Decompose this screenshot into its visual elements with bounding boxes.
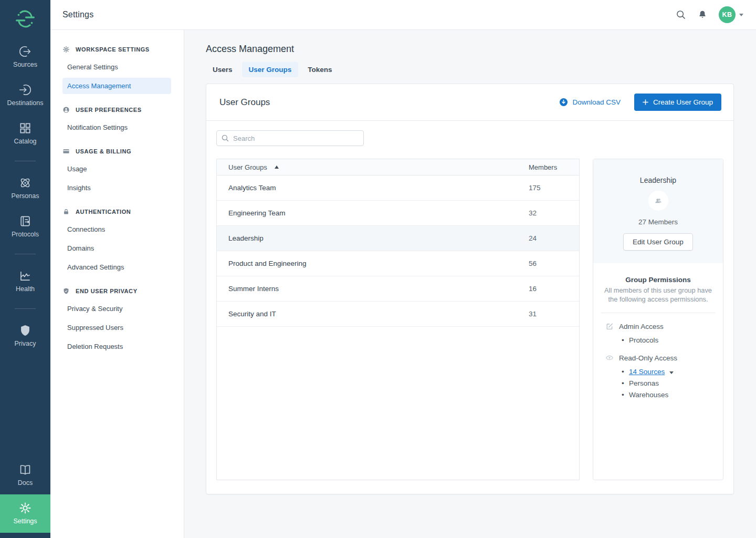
table-row[interactable]: Product and Engineering 56 — [217, 251, 579, 276]
group-avatar — [648, 191, 668, 211]
docs-icon — [18, 463, 32, 477]
group-name: Product and Engineering — [228, 260, 529, 267]
nav-item-general-settings[interactable]: General Settings — [62, 59, 171, 75]
sidebar-item-settings[interactable]: Settings — [0, 494, 50, 533]
column-header-members[interactable]: Members — [529, 163, 568, 171]
sidebar-item-health[interactable]: Health — [0, 262, 50, 301]
avatar[interactable]: KB — [719, 6, 736, 23]
search-icon[interactable] — [676, 9, 686, 20]
group-name: Security and IT — [228, 310, 529, 318]
read-only-access-label: Read-Only Access — [619, 354, 677, 362]
panel-summary: Leadership — [593, 159, 723, 263]
create-user-group-button[interactable]: Create User Group — [634, 94, 721, 111]
group-name: Summer Interns — [228, 285, 529, 293]
sidebar-divider — [15, 308, 36, 309]
sidebar-item-personas[interactable]: Personas — [0, 169, 50, 208]
main-content: Access Management Users User Groups Toke… — [184, 30, 756, 538]
permission-item: Personas — [629, 377, 715, 389]
sidebar-item-destinations[interactable]: Destinations — [0, 76, 50, 115]
card-header-actions: Download CSV Create User Group — [559, 94, 721, 111]
nav-item-advanced-settings[interactable]: Advanced Settings — [62, 259, 171, 275]
nav-section-workspace-settings: WORKSPACE SETTINGS General Settings Acce… — [50, 40, 184, 94]
sidebar-item-sources[interactable]: Sources — [0, 38, 50, 76]
sources-icon — [18, 45, 32, 58]
column-header-user-groups[interactable]: User Groups — [228, 163, 529, 171]
section-header: END USER PRIVACY — [50, 282, 184, 301]
permission-item: Warehouses — [629, 389, 715, 400]
sidebar-item-label: Sources — [13, 61, 37, 68]
sidebar-bottom-pad — [0, 533, 50, 538]
table-row[interactable]: Analytics Team 175 — [217, 175, 579, 201]
nav-item-access-management[interactable]: Access Management — [62, 78, 171, 94]
sidebar-item-label: Health — [16, 285, 35, 293]
sources-count-link[interactable]: 14 Sources — [629, 368, 665, 376]
sidebar-divider — [15, 161, 36, 161]
download-csv-label: Download CSV — [572, 98, 621, 106]
tab-users[interactable]: Users — [206, 62, 239, 77]
nav-item-usage[interactable]: Usage — [62, 161, 171, 177]
nav-item-suppressed-users[interactable]: Suppressed Users — [62, 319, 171, 336]
section-header-label: WORKSPACE SETTINGS — [76, 46, 150, 53]
search-box — [216, 130, 364, 146]
group-members: 32 — [529, 209, 568, 217]
caret-down-icon[interactable] — [669, 371, 674, 374]
search-icon — [221, 134, 229, 142]
sidebar-item-label: Docs — [18, 479, 33, 487]
credit-card-icon — [62, 148, 70, 155]
admin-access-list: Protocols — [601, 334, 715, 346]
nav-item-domains[interactable]: Domains — [62, 240, 171, 256]
search-input[interactable] — [216, 130, 364, 146]
card-header: User Groups Download CSV Create User Gro… — [206, 84, 733, 121]
sidebar-item-catalog[interactable]: Catalog — [0, 115, 50, 153]
catalog-icon — [18, 121, 32, 135]
tab-user-groups[interactable]: User Groups — [242, 62, 299, 77]
user-menu[interactable]: KB — [719, 6, 743, 23]
sidebar-divider — [15, 254, 36, 254]
plus-icon — [643, 99, 648, 105]
caret-down-icon — [739, 14, 743, 16]
user-groups-card: User Groups Download CSV Create User Gro… — [206, 84, 734, 494]
permissions-subtitle: All members of this user group have the … — [601, 286, 715, 304]
table-row[interactable]: Engineering Team 32 — [217, 201, 579, 226]
sidebar-item-protocols[interactable]: Protocols — [0, 208, 50, 246]
section-header-label: USAGE & BILLING — [76, 148, 131, 154]
sidebar-item-privacy[interactable]: Privacy — [0, 317, 50, 355]
sidebar-item-docs[interactable]: Docs — [0, 456, 50, 494]
nav-item-privacy-security[interactable]: Privacy & Security — [62, 301, 171, 317]
nav-item-notification-settings[interactable]: Notification Settings — [62, 119, 171, 136]
table-row[interactable]: Summer Interns 16 — [217, 276, 579, 302]
permissions-title: Group Permissions — [601, 276, 715, 284]
segment-logo[interactable] — [0, 0, 50, 38]
nav-section-end-user-privacy: END USER PRIVACY Privacy & Security Supp… — [50, 282, 184, 355]
shield-check-icon — [62, 287, 70, 295]
sidebar-item-label: Destinations — [7, 99, 44, 107]
user-groups-table: User Groups Members Analytics Team 175 — [216, 159, 580, 480]
top-bar-title: Settings — [62, 10, 93, 19]
group-permissions: Group Permissions All members of this us… — [593, 263, 723, 421]
sidebar-item-label: Privacy — [15, 340, 36, 347]
health-icon — [18, 269, 32, 283]
group-members: 16 — [529, 285, 568, 293]
nav-item-connections[interactable]: Connections — [62, 221, 171, 237]
read-only-access-list: 14 Sources Personas Warehouses — [601, 366, 715, 400]
tab-tokens[interactable]: Tokens — [301, 62, 339, 77]
group-name: Leadership — [228, 234, 529, 242]
table-row[interactable]: Security and IT 31 — [217, 302, 579, 327]
nav-section-authentication: AUTHENTICATION Connections Domains Advan… — [50, 203, 184, 275]
app-window: Sources Destinations Catalog Personas — [0, 0, 756, 538]
download-circle-icon — [559, 98, 568, 107]
nav-item-deletion-requests[interactable]: Deletion Requests — [62, 338, 171, 355]
nav-item-insights[interactable]: Insights — [62, 180, 171, 196]
lock-icon — [62, 208, 70, 215]
destinations-icon — [18, 83, 32, 97]
section-header: USAGE & BILLING — [50, 142, 184, 161]
settings-nav: WORKSPACE SETTINGS General Settings Acce… — [50, 30, 184, 538]
section-header-label: USER PREFERENCES — [76, 107, 142, 113]
download-csv-button[interactable]: Download CSV — [559, 98, 621, 107]
edit-user-group-button[interactable]: Edit User Group — [623, 233, 693, 251]
right-column: Settings KB — [50, 0, 756, 538]
bell-icon[interactable] — [697, 9, 708, 20]
primary-sidebar: Sources Destinations Catalog Personas — [0, 0, 50, 538]
table-row-selected[interactable]: Leadership 24 — [217, 226, 579, 251]
group-members: 31 — [529, 310, 568, 318]
